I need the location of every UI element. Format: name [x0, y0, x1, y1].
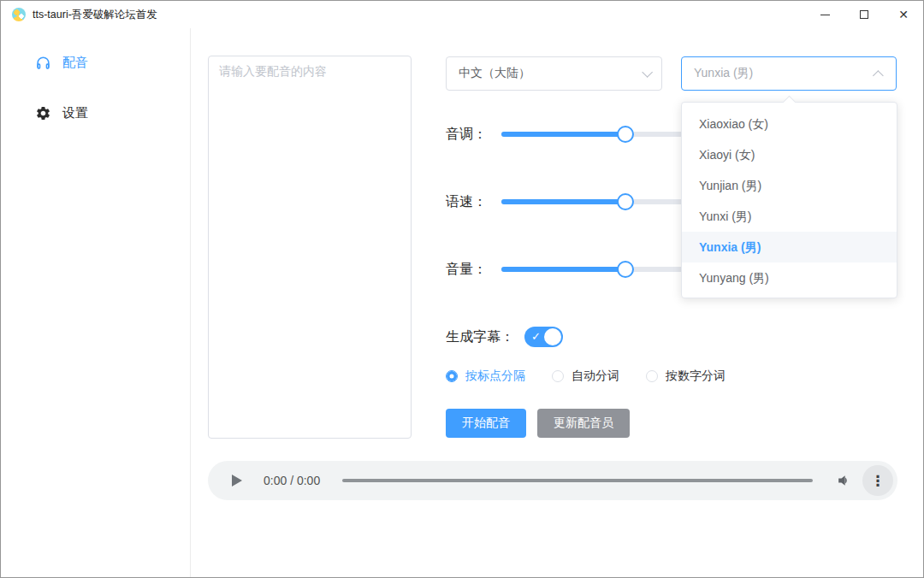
radio-split-by-number[interactable]: 按数字分词 — [646, 369, 726, 384]
subtitle-toggle-switch[interactable]: ✓ — [524, 327, 563, 347]
voice-option[interactable]: Xiaoxiao (女) — [682, 109, 897, 139]
action-buttons: 开始配音 更新配音员 — [446, 409, 630, 438]
switch-knob — [544, 328, 561, 345]
sidebar-item-label: 配音 — [62, 55, 88, 71]
voice-option[interactable]: Yunyang (男) — [682, 262, 897, 293]
radio-icon — [646, 370, 658, 382]
check-icon: ✓ — [531, 330, 541, 343]
radio-icon — [446, 370, 458, 382]
sidebar: 配音 设置 — [1, 28, 191, 577]
voice-option[interactable]: Yunjian (男) — [682, 170, 897, 201]
voice-select[interactable]: Yunxia (男) — [681, 56, 897, 91]
minimize-button[interactable] — [805, 1, 844, 28]
segmentation-radio-group: 按标点分隔 自动分词 按数字分词 — [446, 368, 752, 385]
chevron-up-icon — [873, 70, 884, 81]
language-select[interactable]: 中文（大陆） — [446, 56, 662, 91]
update-voices-button[interactable]: 更新配音员 — [537, 409, 630, 438]
sidebar-item-settings[interactable]: 设置 — [1, 96, 190, 130]
window-controls: ✕ — [805, 1, 923, 28]
play-button[interactable] — [232, 475, 242, 487]
voice-option[interactable]: Yunxi (男) — [682, 201, 897, 232]
volume-label: 音量： — [446, 261, 501, 279]
radio-split-by-punctuation[interactable]: 按标点分隔 — [446, 369, 525, 384]
language-select-value: 中文（大陆） — [459, 66, 530, 81]
close-icon: ✕ — [898, 9, 909, 21]
maximize-icon — [860, 10, 868, 19]
minimize-icon — [820, 15, 830, 15]
gear-icon — [35, 105, 51, 121]
sidebar-item-label: 设置 — [62, 105, 88, 121]
subtitle-toggle-label: 生成字幕： — [446, 328, 514, 346]
slider-fill — [501, 267, 625, 272]
slider-thumb[interactable] — [617, 126, 634, 143]
volume-icon[interactable] — [835, 472, 852, 489]
radio-icon — [552, 370, 564, 382]
maximize-button[interactable] — [844, 1, 884, 28]
slider-fill — [501, 199, 625, 204]
audio-menu-button[interactable]: ⋮ — [862, 465, 893, 496]
subtitle-toggle-row: 生成字幕： ✓ — [446, 324, 563, 350]
speed-label: 语速： — [446, 193, 501, 211]
pitch-label: 音调： — [446, 126, 501, 144]
voice-option[interactable]: Xiaoyi (女) — [682, 139, 897, 170]
slider-thumb[interactable] — [617, 261, 634, 278]
main-panel: 中文（大陆） Yunxia (男) Xiaoxiao (女) Xiaoyi (女… — [191, 28, 923, 577]
voice-option-selected[interactable]: Yunxia (男) — [682, 232, 897, 262]
audio-time: 0:00 / 0:00 — [264, 474, 320, 487]
slider-thumb[interactable] — [617, 193, 634, 210]
radio-auto-segmentation[interactable]: 自动分词 — [552, 369, 619, 384]
app-logo-icon — [12, 8, 26, 21]
audio-player: 0:00 / 0:00 ⋮ — [208, 461, 897, 500]
kebab-icon: ⋮ — [871, 472, 886, 490]
tts-content-input[interactable] — [208, 56, 412, 439]
start-dubbing-button[interactable]: 开始配音 — [446, 409, 526, 438]
voice-select-value: Yunxia (男) — [694, 66, 753, 81]
chevron-down-icon — [642, 67, 653, 78]
voice-dropdown-menu: Xiaoxiao (女) Xiaoyi (女) Yunjian (男) Yunx… — [681, 102, 897, 298]
close-button[interactable]: ✕ — [884, 1, 923, 28]
headphones-icon — [35, 55, 51, 71]
audio-seek-bar[interactable] — [342, 479, 813, 482]
sidebar-item-dubbing[interactable]: 配音 — [1, 45, 190, 80]
window-title: tts-tauri-吾爱破解论坛首发 — [33, 8, 157, 22]
titlebar: tts-tauri-吾爱破解论坛首发 ✕ — [1, 1, 923, 28]
slider-fill — [501, 132, 625, 137]
